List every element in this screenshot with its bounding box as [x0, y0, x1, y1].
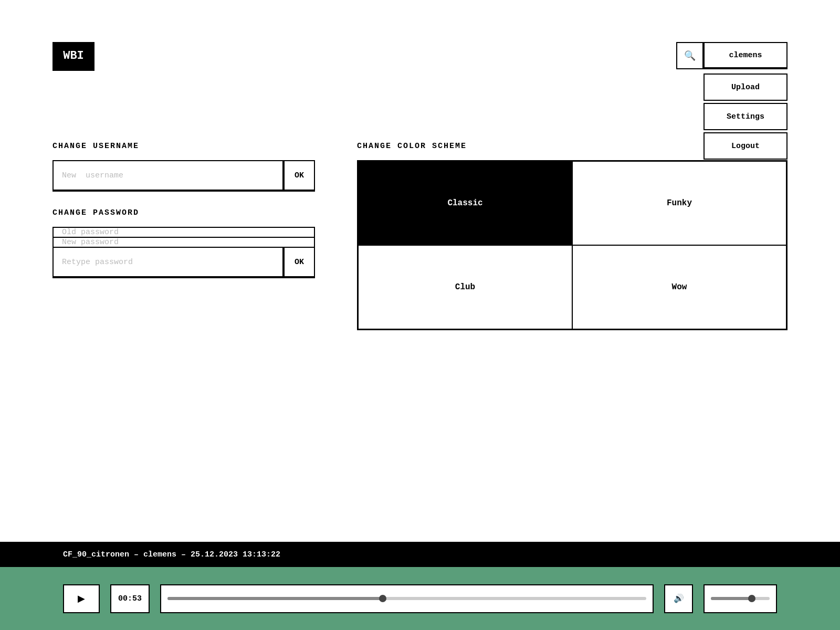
username-ok-button[interactable]: OK	[284, 160, 315, 192]
play-icon: ▶	[78, 593, 85, 604]
color-option-funky-label: Funky	[667, 198, 692, 208]
left-panel: CHANGE USERNAME OK CHANGE PASSWORD OK	[52, 142, 315, 330]
retype-password-row: OK	[52, 247, 315, 278]
progress-thumb	[379, 595, 386, 602]
main-content: CHANGE USERNAME OK CHANGE PASSWORD OK CH…	[52, 142, 788, 330]
username-display: clemens	[704, 42, 788, 69]
color-option-club[interactable]: Club	[358, 245, 572, 329]
volume-thumb	[748, 595, 755, 602]
color-scheme-grid: Classic Funky Club Wow	[357, 160, 788, 330]
color-option-classic[interactable]: Classic	[358, 161, 572, 245]
progress-fill	[167, 597, 383, 600]
username-input-row: OK	[52, 160, 315, 192]
old-password-input[interactable]	[52, 227, 315, 237]
color-option-club-label: Club	[455, 282, 475, 292]
color-option-wow[interactable]: Wow	[572, 245, 786, 329]
color-option-classic-label: Classic	[447, 198, 482, 208]
progress-track	[167, 597, 646, 600]
change-color-title: CHANGE COLOR SCHEME	[357, 142, 788, 151]
status-bar: CF_90_citronen – clemens – 25.12.2023 13…	[0, 542, 840, 567]
nav-search-row: 🔍 clemens	[676, 42, 788, 69]
retype-password-input[interactable]	[52, 247, 284, 278]
time-display: 00:53	[110, 584, 150, 613]
progress-bar-container[interactable]	[160, 584, 654, 613]
volume-icon: 🔊	[674, 593, 684, 604]
search-icon: 🔍	[684, 50, 696, 61]
color-option-funky[interactable]: Funky	[572, 161, 786, 245]
volume-track	[711, 597, 770, 600]
logo: WBI	[52, 42, 94, 71]
change-username-title: CHANGE USERNAME	[52, 142, 315, 151]
upload-button[interactable]: Upload	[704, 74, 788, 101]
volume-bar-container[interactable]	[704, 584, 777, 613]
settings-button[interactable]: Settings	[704, 103, 788, 130]
password-ok-button[interactable]: OK	[284, 247, 315, 278]
media-player: ▶ 00:53 🔊	[0, 567, 840, 630]
password-fields: OK	[52, 227, 315, 278]
change-password-section: CHANGE PASSWORD OK	[52, 208, 315, 278]
volume-button[interactable]: 🔊	[664, 584, 693, 613]
search-button[interactable]: 🔍	[676, 42, 704, 69]
color-option-wow-label: Wow	[672, 282, 687, 292]
new-username-input[interactable]	[52, 160, 284, 192]
play-button[interactable]: ▶	[63, 584, 100, 613]
change-username-section: CHANGE USERNAME OK	[52, 142, 315, 192]
right-panel: CHANGE COLOR SCHEME Classic Funky Club W…	[357, 142, 788, 330]
status-text: CF_90_citronen – clemens – 25.12.2023 13…	[63, 550, 280, 559]
volume-fill	[711, 597, 752, 600]
change-password-title: CHANGE PASSWORD	[52, 208, 315, 217]
new-password-input[interactable]	[52, 237, 315, 247]
